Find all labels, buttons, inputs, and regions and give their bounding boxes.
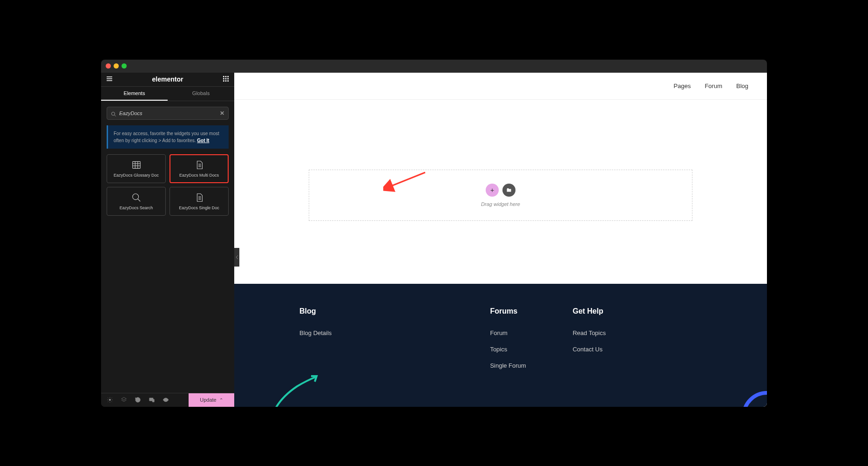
svg-line-28 [390,172,425,186]
svg-point-27 [165,399,167,401]
close-window-icon[interactable] [106,63,111,69]
responsive-icon[interactable] [149,397,155,403]
document-icon [194,160,204,170]
search-input[interactable] [119,110,220,116]
settings-icon[interactable] [107,397,113,403]
widget-label: EazyDocs Multi Docs [179,173,219,178]
preview-icon[interactable] [163,397,169,403]
sidebar-tabs: Elements Globals [101,87,234,101]
footer-col-forums: Forums Forum Topics Single Forum [490,307,526,384]
svg-rect-4 [225,78,227,79]
widget-label: EazyDocs Search [120,206,153,210]
app-window: elementor Elements Globals ✕ [101,60,767,407]
footer-link-read-topics[interactable]: Read Topics [573,329,606,336]
nav-blog[interactable]: Blog [736,82,748,89]
widget-label: EazyDocs Single Doc [179,206,219,210]
menu-icon[interactable] [106,75,113,84]
footer-link-contact[interactable]: Contact Us [573,346,606,353]
doodle-arrow-icon [269,372,325,407]
search-row: ✕ [101,101,234,125]
footer-link-single-forum[interactable]: Single Forum [490,362,526,369]
preview-area: Pages Forum Blog + Drag widget here [234,73,767,407]
footer-icons [101,397,189,403]
footer-title: Get Help [573,307,606,315]
search-icon [111,110,116,116]
drop-buttons: + [486,184,515,197]
chevron-up-icon: ⌃ [219,397,223,403]
svg-rect-6 [223,80,224,82]
widget-eazydocs-glossary[interactable]: EazyDocs Glossary Doc [107,154,166,183]
svg-rect-26 [152,399,154,402]
footer-title: Forums [490,307,526,315]
document-icon [194,192,204,203]
svg-rect-2 [227,76,229,77]
template-library-button[interactable] [502,184,515,197]
footer-title: Blog [299,307,332,315]
footer-link-blog-details[interactable]: Blog Details [299,329,332,336]
preview-header: Pages Forum Blog [234,73,767,100]
annotation-arrow-icon [383,168,430,198]
svg-point-24 [109,399,111,401]
svg-rect-11 [132,161,140,168]
svg-rect-3 [223,78,224,79]
update-button[interactable]: Update ⌃ [189,393,234,407]
titlebar [101,60,767,73]
clear-search-icon[interactable]: ✕ [220,110,224,116]
tab-elements[interactable]: Elements [101,87,168,101]
maximize-window-icon[interactable] [122,63,127,69]
app-body: elementor Elements Globals ✕ [101,73,767,407]
history-icon[interactable] [135,397,141,403]
minimize-window-icon[interactable] [114,63,119,69]
drop-zone[interactable]: + Drag widget here [309,170,692,221]
sidebar-footer: Update ⌃ [101,393,234,407]
svg-line-20 [137,199,140,201]
nav-links: Pages Forum Blog [674,82,748,89]
widgets-grid: EazyDocs Glossary Doc EazyDocs Multi Doc… [101,154,234,216]
brand-title: elementor [152,75,183,83]
widget-eazydocs-single[interactable]: EazyDocs Single Doc [170,187,229,216]
navigator-icon[interactable] [121,397,127,403]
elementor-sidebar: elementor Elements Globals ✕ [101,73,234,407]
grid-doc-icon [131,160,142,170]
info-banner-link[interactable]: Got It [197,138,209,143]
footer-link-forum[interactable]: Forum [490,329,526,336]
footer-col-help: Get Help Read Topics Contact Us [573,307,606,384]
widget-eazydocs-search[interactable]: EazyDocs Search [107,187,166,216]
nav-pages[interactable]: Pages [674,82,691,89]
grid-icon[interactable] [222,75,230,84]
widget-eazydocs-multi[interactable]: EazyDocs Multi Docs [170,154,229,183]
svg-point-19 [132,193,138,199]
footer-link-topics[interactable]: Topics [490,346,526,353]
info-banner: For easy access, favorite the widgets yo… [107,125,229,149]
svg-rect-0 [223,76,224,77]
search-box: ✕ [107,107,229,120]
svg-line-10 [115,115,116,116]
tab-globals[interactable]: Globals [168,87,234,101]
svg-rect-5 [227,78,229,79]
svg-rect-8 [227,80,229,82]
svg-point-9 [112,112,115,115]
nav-forum[interactable]: Forum [705,82,722,89]
sidebar-header: elementor [101,73,234,87]
svg-point-29 [744,393,767,407]
page-footer: Blog Blog Details Forums Forum Topics Si… [234,284,767,407]
circle-decoration-icon [730,379,767,407]
add-section-button[interactable]: + [486,184,499,197]
widget-label: EazyDocs Glossary Doc [114,173,159,178]
svg-rect-1 [225,76,227,77]
drop-zone-text: Drag widget here [481,201,520,207]
search-icon [131,192,142,203]
svg-rect-7 [225,80,227,82]
collapse-sidebar-icon[interactable] [234,248,239,267]
update-button-label: Update [200,397,216,403]
